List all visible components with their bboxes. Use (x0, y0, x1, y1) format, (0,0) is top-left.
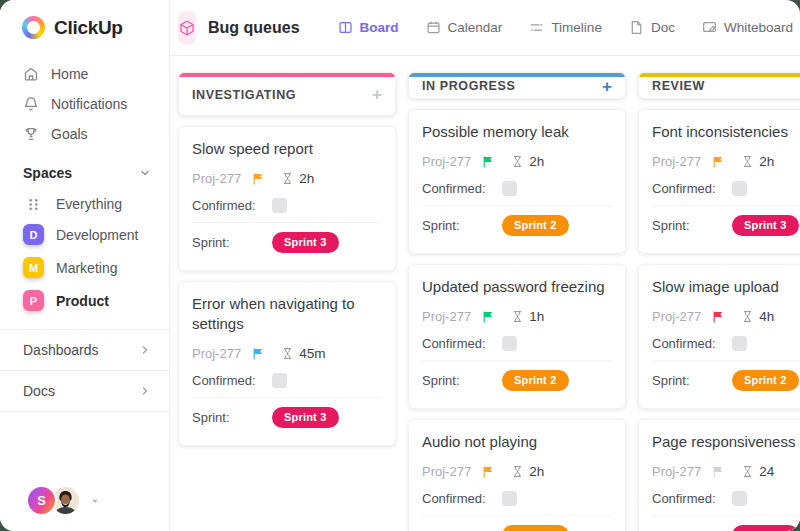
sprint-badge[interactable]: Sprint 2 (502, 215, 569, 236)
brand-logo[interactable]: ClickUp (0, 16, 169, 39)
confirmed-label: Confirmed: (652, 336, 732, 351)
tab-whiteboard[interactable]: Whiteboard (702, 20, 793, 35)
confirmed-checkbox[interactable] (272, 373, 287, 388)
time-estimate[interactable]: 24 (741, 464, 774, 479)
sprint-badge[interactable]: Sprint 2 (502, 525, 569, 531)
confirmed-checkbox[interactable] (732, 491, 747, 506)
task-title: Page responsiveness Issue (652, 432, 800, 452)
sprint-badge[interactable]: Sprint 3 (732, 215, 799, 236)
view-tabs: Board Calendar Timeline Doc Whiteboard (338, 20, 793, 35)
time-estimate[interactable]: 2h (511, 154, 544, 169)
confirmed-row: Confirmed: (652, 486, 800, 516)
sprint-label: Sprint: (192, 235, 272, 250)
priority-flag-icon[interactable] (481, 465, 495, 479)
task-card[interactable]: Font inconsistencies Proj-277 2h Confirm… (638, 109, 800, 254)
sprint-badge[interactable]: Sprint 3 (272, 232, 339, 253)
tab-label: Whiteboard (724, 20, 793, 35)
sprint-badge[interactable]: Sprint 3 (732, 525, 799, 531)
task-card[interactable]: Page responsiveness Issue Proj-277 24 Co… (638, 419, 800, 531)
sidebar-item-notifications[interactable]: Notifications (0, 89, 169, 119)
tab-calendar[interactable]: Calendar (426, 20, 503, 35)
workspace-avatar[interactable]: S (26, 485, 57, 516)
confirmed-label: Confirmed: (652, 491, 732, 506)
list-icon-wrap (178, 11, 196, 45)
column-header[interactable]: INVESTIGATING + (178, 72, 396, 116)
sprint-badge[interactable]: Sprint 2 (732, 370, 799, 391)
sidebar-item-label: Notifications (51, 96, 127, 112)
sidebar-item-development[interactable]: D Development (0, 218, 169, 251)
confirmed-checkbox[interactable] (502, 491, 517, 506)
sprint-row: Sprint: Sprint 2 (422, 520, 612, 531)
confirmed-checkbox[interactable] (732, 336, 747, 351)
task-card[interactable]: Updated password freezing Proj-277 1h Co… (408, 264, 626, 409)
column-investigating: INVESTIGATING + Slow speed report Proj-2… (178, 72, 396, 531)
page-title: Bug queues (208, 19, 300, 37)
time-estimate[interactable]: 2h (511, 464, 544, 479)
sidebar-item-label: Home (51, 66, 88, 82)
sprint-badge[interactable]: Sprint 2 (502, 370, 569, 391)
confirmed-label: Confirmed: (192, 198, 272, 213)
sidebar-link-label: Docs (23, 383, 55, 399)
confirmed-checkbox[interactable] (502, 181, 517, 196)
time-estimate[interactable]: 2h (281, 171, 314, 186)
sidebar-item-marketing[interactable]: M Marketing (0, 251, 169, 284)
hourglass-icon (511, 465, 524, 478)
sidebar-item-label: Goals (51, 126, 88, 142)
time-value: 1h (529, 309, 544, 324)
priority-flag-icon[interactable] (711, 310, 725, 324)
project-id: Proj-277 (192, 346, 241, 361)
column-header[interactable]: REVIEW + (638, 72, 800, 99)
add-task-button[interactable]: + (602, 78, 612, 95)
column-title: REVIEW (652, 79, 705, 93)
sidebar-item-docs[interactable]: Docs (0, 370, 169, 412)
project-id: Proj-277 (422, 309, 471, 324)
column-header[interactable]: IN PROGRESS + (408, 72, 626, 99)
sidebar-item-home[interactable]: Home (0, 59, 169, 89)
task-card[interactable]: Error when navigating to settings Proj-2… (178, 281, 396, 446)
time-estimate[interactable]: 1h (511, 309, 544, 324)
confirmed-row: Confirmed: (422, 331, 612, 361)
sprint-row: Sprint: Sprint 3 (192, 227, 382, 258)
tab-timeline[interactable]: Timeline (529, 20, 602, 35)
priority-flag-icon[interactable] (481, 310, 495, 324)
tab-doc[interactable]: Doc (629, 20, 675, 35)
column-in-progress: IN PROGRESS + Possible memory leak Proj-… (408, 72, 626, 531)
tab-label: Calendar (448, 20, 503, 35)
task-card[interactable]: Possible memory leak Proj-277 2h Confirm… (408, 109, 626, 254)
sidebar-item-dashboards[interactable]: Dashboards (0, 329, 169, 370)
add-task-button[interactable]: + (372, 86, 382, 103)
time-estimate[interactable]: 2h (741, 154, 774, 169)
confirmed-label: Confirmed: (422, 491, 502, 506)
confirmed-row: Confirmed: (652, 331, 800, 361)
sprint-badge[interactable]: Sprint 3 (272, 407, 339, 428)
chevron-right-icon (139, 344, 151, 356)
clickup-logo-icon (22, 16, 45, 39)
sidebar-item-goals[interactable]: Goals (0, 119, 169, 149)
sidebar-item-product[interactable]: P Product (0, 284, 169, 317)
column-review: REVIEW + Font inconsistencies Proj-277 2… (638, 72, 800, 531)
task-card[interactable]: Audio not playing Proj-277 2h Confirmed: (408, 419, 626, 531)
hourglass-icon (511, 155, 524, 168)
tab-label: Timeline (551, 20, 602, 35)
confirmed-checkbox[interactable] (502, 336, 517, 351)
time-estimate[interactable]: 4h (741, 309, 774, 324)
sidebar-item-everything[interactable]: Everything (0, 190, 169, 218)
spaces-section-header[interactable]: Spaces (0, 149, 169, 190)
priority-flag-icon[interactable] (251, 172, 265, 186)
user-menu[interactable]: S (0, 485, 169, 531)
task-card[interactable]: Slow image upload Proj-277 4h Confirmed: (638, 264, 800, 409)
priority-flag-icon[interactable] (481, 155, 495, 169)
priority-flag-icon[interactable] (251, 347, 265, 361)
hourglass-icon (281, 347, 294, 360)
tab-board[interactable]: Board (338, 20, 399, 35)
time-value: 45m (299, 346, 325, 361)
cube-icon (178, 19, 196, 37)
confirmed-checkbox[interactable] (272, 198, 287, 213)
priority-flag-icon[interactable] (711, 465, 725, 479)
time-estimate[interactable]: 45m (281, 346, 325, 361)
task-card[interactable]: Slow speed report Proj-277 2h Confirmed: (178, 126, 396, 271)
confirmed-checkbox[interactable] (732, 181, 747, 196)
doc-icon (629, 20, 644, 35)
priority-flag-icon[interactable] (711, 155, 725, 169)
task-meta: Proj-277 1h (422, 306, 612, 331)
